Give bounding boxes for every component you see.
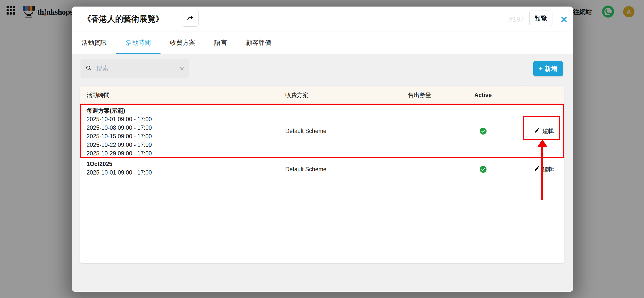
active-check-icon	[480, 128, 487, 135]
actions-cell: 編輯	[524, 104, 564, 158]
close-icon[interactable]: ×	[557, 12, 571, 26]
table-header-row: 活動時間 收費方案 售出數量 Active	[80, 86, 564, 104]
active-check-icon	[480, 166, 487, 173]
pencil-icon	[534, 165, 540, 173]
time-slot: 2025-10-22 09:00 - 17:00	[87, 141, 152, 149]
share-forward-icon	[186, 14, 194, 23]
modal-header: 《香港人的藝術展覽》 #197 預覽 ×	[72, 7, 573, 31]
active-cell	[442, 158, 524, 181]
table-row: 每週方案(示範) 2025-10-01 09:00 - 17:00 2025-1…	[80, 104, 564, 158]
column-header-actions	[524, 86, 564, 104]
add-new-button[interactable]: + 新增	[533, 61, 563, 76]
time-slot: 2025-10-08 09:00 - 17:00	[87, 123, 152, 132]
share-button[interactable]	[182, 10, 199, 27]
search-input[interactable]	[96, 65, 177, 72]
column-header-fee-scheme: 收費方案	[279, 86, 397, 104]
tab-customer-reviews[interactable]: 顧客評價	[236, 31, 281, 54]
fee-scheme-cell: Default Scheme	[279, 104, 397, 158]
search-icon	[86, 65, 92, 72]
tab-event-times[interactable]: 活動時間	[116, 31, 160, 54]
fee-scheme-cell: Default Scheme	[279, 158, 397, 181]
column-header-sold-qty: 售出數量	[397, 86, 442, 104]
time-slot: 2025-10-15 09:00 - 17:00	[87, 132, 152, 141]
event-time-cell: 1Oct2025 2025-10-01 09:00 - 17:00	[80, 158, 279, 181]
event-detail-modal: 《香港人的藝術展覽》 #197 預覽 × 活動資訊 活動時間 收費方案 語言 顧…	[72, 7, 573, 292]
edit-label: 編輯	[543, 165, 554, 173]
time-slot: 2025-10-01 09:00 - 17:00	[87, 168, 152, 177]
column-header-event-time: 活動時間	[80, 86, 279, 104]
sold-qty-cell	[397, 158, 442, 181]
modal-tab-bar: 活動資訊 活動時間 收費方案 語言 顧客評價	[72, 31, 573, 54]
table-row: 1Oct2025 2025-10-01 09:00 - 17:00 Defaul…	[80, 158, 564, 181]
pencil-icon	[534, 127, 540, 135]
edit-button[interactable]: 編輯	[533, 165, 556, 174]
column-header-active: Active	[442, 86, 524, 104]
tab-language[interactable]: 語言	[205, 31, 236, 54]
event-times-table: 活動時間 收費方案 售出數量 Active 每週方案(示範) 2025-10-0…	[80, 86, 564, 263]
sold-qty-cell	[397, 104, 442, 158]
clear-search-icon[interactable]: ×	[177, 65, 184, 72]
schedule-name: 每週方案(示範)	[87, 106, 125, 115]
time-slot: 2025-10-01 09:00 - 17:00	[87, 115, 152, 123]
modal-body: × + 新增 活動時間 收費方案 售出數量 Active 每週方案(示範) 20…	[72, 54, 573, 292]
modal-title: 《香港人的藝術展覽》	[83, 14, 164, 25]
tab-event-info[interactable]: 活動資訊	[72, 31, 116, 54]
event-time-cell: 每週方案(示範) 2025-10-01 09:00 - 17:00 2025-1…	[80, 104, 279, 158]
preview-button[interactable]: 預覽	[529, 11, 552, 26]
event-id-label: #197	[509, 16, 524, 23]
schedule-name: 1Oct2025	[87, 160, 112, 168]
edit-label: 編輯	[543, 127, 554, 135]
actions-cell: 編輯	[524, 158, 564, 181]
time-slot: 2025-10-29 09:00 - 17:00	[87, 149, 152, 158]
edit-button[interactable]: 編輯	[533, 127, 556, 135]
active-cell	[442, 104, 524, 158]
search-box[interactable]: ×	[80, 59, 189, 78]
tab-fee-schemes[interactable]: 收費方案	[160, 31, 205, 54]
